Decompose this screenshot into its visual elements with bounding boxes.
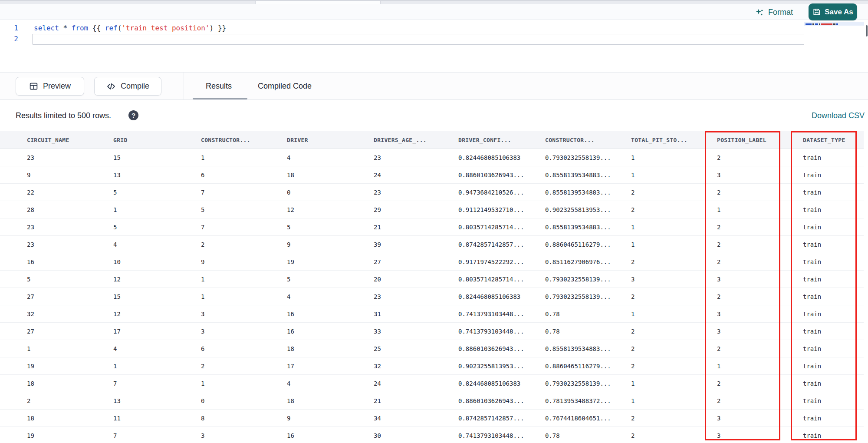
column-header-circuit-name[interactable]: CIRCUIT_NAME — [27, 137, 113, 143]
active-tab-underline — [193, 98, 247, 99]
table-cell: 24 — [374, 172, 458, 179]
table-row: 913618240.8860103626943...0.855813953488… — [0, 166, 864, 184]
tab-compiled-code[interactable]: Compiled Code — [258, 73, 312, 99]
table-cell: 2 — [201, 241, 287, 248]
table-cell: 16 — [287, 311, 374, 317]
table-cell: 0.8558139534883... — [545, 345, 631, 352]
table-cell: 0.8035714285714... — [458, 276, 545, 283]
table-cell: 0.7674418604651... — [545, 415, 631, 422]
column-header-constructor[interactable]: CONSTRUCTOR... — [545, 137, 631, 143]
table-cell: 0.7930232558139... — [545, 276, 631, 283]
save-as-button[interactable]: Save As — [809, 3, 857, 20]
table-cell: 2 — [717, 224, 803, 231]
table-cell: 2 — [717, 189, 803, 196]
column-header-dataset-type[interactable]: DATASET_TYPE — [803, 137, 864, 143]
sparkles-icon — [755, 8, 764, 17]
table-cell: 23 — [374, 189, 458, 196]
column-header-driver[interactable]: DRIVER — [287, 137, 374, 143]
table-cell: 0.824468085106383 — [458, 154, 545, 161]
results-table: CIRCUIT_NAMEGRIDCONSTRUCTOR...DRIVERDRIV… — [0, 131, 864, 443]
editor-toolbar: Format Save As — [0, 4, 868, 20]
table-cell: 5 — [113, 189, 201, 196]
tab-results[interactable]: Results — [206, 73, 232, 99]
table-cell: 2 — [717, 397, 803, 404]
table-cell: 2 — [717, 154, 803, 161]
column-header-total-pit-sto[interactable]: TOTAL_PIT_STO... — [631, 137, 717, 143]
code-token: ) — [210, 24, 214, 32]
help-icon[interactable]: ? — [128, 110, 138, 120]
code-token: 'train_test_position' — [122, 24, 209, 32]
save-icon — [812, 8, 821, 16]
editor-active-line — [32, 34, 845, 45]
table-cell: 3 — [717, 415, 803, 422]
table-cell: 28 — [27, 206, 113, 213]
column-header-drivers-age[interactable]: DRIVERS_AGE_... — [374, 137, 458, 143]
editor-minimap[interactable] — [804, 21, 864, 48]
table-cell: 0.8558139534883... — [545, 224, 631, 231]
table-cell: train — [803, 241, 864, 248]
table-cell: 0.7813953488372... — [545, 397, 631, 404]
format-button[interactable]: Format — [755, 6, 793, 19]
table-row: 197316300.7413793103448...0.7823train — [0, 427, 864, 443]
table-cell: 4 — [287, 293, 374, 300]
table-cell: train — [803, 293, 864, 300]
table-cell: 0.8558139534883... — [545, 189, 631, 196]
table-cell: 18 — [287, 345, 374, 352]
table-cell: 3 — [201, 311, 287, 317]
column-header-constructor[interactable]: CONSTRUCTOR... — [201, 137, 287, 143]
table-row: 191217320.9023255813953...0.886046511627… — [0, 357, 864, 375]
table-cell: 7 — [201, 189, 287, 196]
code-token: ( — [118, 24, 122, 32]
table-cell: 23 — [27, 241, 113, 248]
table-cell: 10 — [113, 258, 201, 265]
table-cell: train — [803, 345, 864, 352]
table-cell: 33 — [374, 328, 458, 335]
table-cell: 5 — [27, 276, 113, 283]
table-cell: 0.7930232558139... — [545, 380, 631, 387]
table-cell: 0.78 — [545, 311, 631, 317]
download-csv-link[interactable]: Download CSV — [812, 111, 865, 120]
table-cell: 20 — [374, 276, 458, 283]
table-cell: 0.8035714285714... — [458, 224, 545, 231]
table-cell: 1 — [631, 241, 717, 248]
table-cell: 0.8742857142857... — [458, 241, 545, 248]
table-cell: 4 — [287, 154, 374, 161]
table-cell: 0.8860103626943... — [458, 397, 545, 404]
table-cell: 0.78 — [545, 432, 631, 439]
table-cell: 16 — [287, 328, 374, 335]
table-cell: 3 — [631, 276, 717, 283]
table-cell: 30 — [374, 432, 458, 439]
table-cell: 13 — [113, 172, 201, 179]
column-header-driver-confi[interactable]: DRIVER_CONFI... — [458, 137, 545, 143]
code-icon — [106, 82, 116, 91]
table-row: 23429390.8742857142857...0.8860465116279… — [0, 236, 864, 253]
minimap-code-line — [804, 22, 864, 26]
compile-button[interactable]: Compile — [94, 77, 161, 96]
table-row: 14618250.8860103626943...0.8558139534883… — [0, 340, 864, 357]
column-header-grid[interactable]: GRID — [113, 137, 201, 143]
editor-scrollbar[interactable] — [866, 25, 868, 36]
table-cell: train — [803, 224, 864, 231]
table-cell: 11 — [113, 415, 201, 422]
preview-button[interactable]: Preview — [16, 77, 84, 96]
table-cell: 23 — [27, 224, 113, 231]
table-cell: 1 — [631, 172, 717, 179]
table-cell: 18 — [27, 415, 113, 422]
table-cell: 12 — [287, 206, 374, 213]
code-editor[interactable]: 1 2 select * from {{ ref('train_test_pos… — [0, 20, 868, 72]
table-row: 23575210.8035714285714...0.8558139534883… — [0, 218, 864, 236]
table-cell: 0.9473684210526... — [458, 189, 545, 196]
table-cell: 0.8558139534883... — [545, 172, 631, 179]
table-cell: 0 — [201, 397, 287, 404]
table-row: 271514230.8244680851063830.7930232558139… — [0, 288, 864, 305]
table-cell: 21 — [374, 224, 458, 231]
table-cell: 5 — [287, 276, 374, 283]
table-cell: 21 — [374, 397, 458, 404]
table-cell: 2 — [717, 345, 803, 352]
column-header-position-label[interactable]: POSITION_LABEL — [717, 137, 803, 143]
table-row: 2717316330.7413793103448...0.7823train — [0, 323, 864, 340]
table-cell: 5 — [113, 224, 201, 231]
ide-window: Format Save As 1 2 select * from {{ ref(… — [0, 0, 868, 443]
table-cell: 7 — [201, 224, 287, 231]
table-cell: 23 — [374, 154, 458, 161]
